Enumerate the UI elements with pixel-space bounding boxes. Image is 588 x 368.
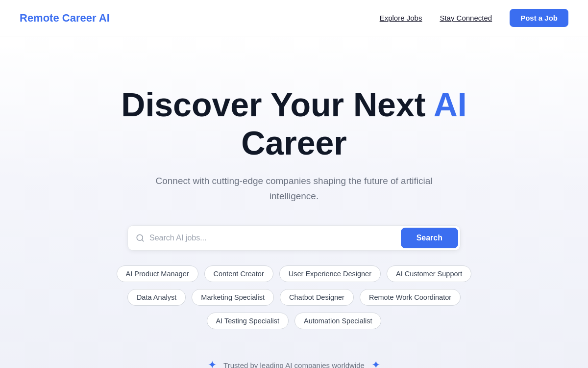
- stay-connected-link[interactable]: Stay Connected: [440, 14, 492, 22]
- tag-automation-specialist[interactable]: Automation Specialist: [294, 313, 381, 329]
- tag-ai-customer-support[interactable]: AI Customer Support: [387, 265, 471, 282]
- tag-ai-testing-specialist[interactable]: AI Testing Specialist: [207, 313, 289, 329]
- tag-marketing-specialist[interactable]: Marketing Specialist: [192, 289, 274, 306]
- svg-line-1: [142, 240, 143, 241]
- tags-row-1: AI Product Manager Content Creator User …: [117, 265, 472, 282]
- hero-section: Discover Your Next AI Career Connect wit…: [0, 36, 588, 368]
- tags-row-2: Data Analyst Marketing Specialist Chatbo…: [127, 289, 461, 306]
- header: Remote Career AI Explore Jobs Stay Conne…: [0, 0, 588, 36]
- logo[interactable]: Remote Career AI: [20, 12, 110, 25]
- trusted-text: Trusted by leading AI companies worldwid…: [223, 361, 365, 368]
- hero-title: Discover Your Next AI Career: [121, 85, 466, 162]
- post-job-button[interactable]: Post a Job: [510, 9, 568, 27]
- tag-user-experience-designer[interactable]: User Experience Designer: [279, 265, 381, 282]
- explore-jobs-link[interactable]: Explore Jobs: [380, 14, 422, 22]
- hero-title-highlight: AI: [434, 86, 467, 123]
- search-icon: [136, 234, 145, 242]
- hero-subtitle: Connect with cutting-edge companies shap…: [132, 174, 456, 204]
- tags-row-3: AI Testing Specialist Automation Special…: [207, 313, 382, 329]
- sparkle-right-icon: ✦: [371, 359, 380, 368]
- nav: Explore Jobs Stay Connected Post a Job: [380, 9, 568, 27]
- hero-title-part2: Career: [241, 124, 347, 161]
- tag-data-analyst[interactable]: Data Analyst: [127, 289, 186, 306]
- hero-title-part1: Discover Your Next: [121, 86, 433, 123]
- tag-remote-work-coordinator[interactable]: Remote Work Coordinator: [360, 289, 461, 306]
- search-input[interactable]: [149, 229, 401, 247]
- trusted-bar: ✦ Trusted by leading AI companies worldw…: [208, 359, 380, 368]
- tags-section: AI Product Manager Content Creator User …: [117, 265, 472, 329]
- search-bar: Search: [127, 225, 461, 251]
- tag-ai-product-manager[interactable]: AI Product Manager: [117, 265, 198, 282]
- sparkle-left-icon: ✦: [208, 359, 217, 368]
- tag-content-creator[interactable]: Content Creator: [204, 265, 273, 282]
- tag-chatbot-designer[interactable]: Chatbot Designer: [280, 289, 354, 306]
- search-button[interactable]: Search: [401, 228, 458, 248]
